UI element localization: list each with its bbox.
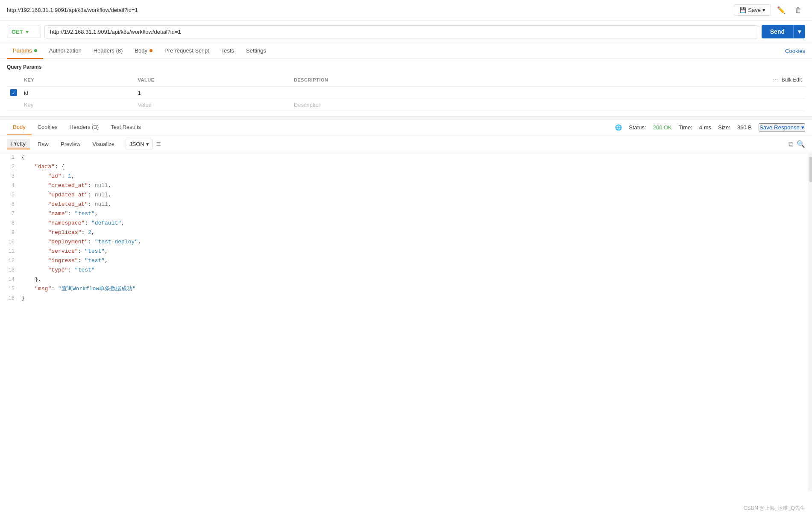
- code-area: 1 { 2 "data": { 3 "id": 1, 4 "created_at…: [0, 153, 809, 491]
- row-value[interactable]: 1: [135, 87, 290, 99]
- tab-settings[interactable]: Settings: [240, 43, 272, 59]
- size-value: 360 B: [737, 124, 752, 131]
- response-tab-body[interactable]: Body: [7, 120, 32, 135]
- code-line-14: 14 },: [0, 275, 809, 285]
- format-tab-preview[interactable]: Preview: [56, 139, 85, 149]
- search-icon: 🔍: [797, 140, 805, 148]
- query-params-section: Query Params KEY VALUE DESCRIPTION ··· B…: [0, 59, 812, 116]
- params-table: KEY VALUE DESCRIPTION ··· Bulk Edit: [7, 73, 805, 111]
- scrollbar-track[interactable]: [809, 153, 812, 491]
- code-line-13: 13 "type": "test": [0, 266, 809, 275]
- table-row: id 1: [7, 87, 805, 99]
- tab-pre-request-script[interactable]: Pre-request Script: [158, 43, 215, 59]
- row-extra: [565, 87, 805, 99]
- save-button[interactable]: 💾 Save ▾: [734, 4, 771, 16]
- format-select-dropdown[interactable]: JSON ▾: [126, 139, 153, 149]
- more-options-button[interactable]: ···: [772, 76, 778, 84]
- code-line-6: 6 "deleted_at": null,: [0, 200, 809, 210]
- empty-value[interactable]: Value: [135, 99, 290, 111]
- scrollbar-thumb[interactable]: [809, 157, 812, 182]
- format-tab-raw[interactable]: Raw: [33, 139, 53, 149]
- row-checkbox[interactable]: [10, 89, 17, 96]
- code-line-1: 1 {: [0, 153, 809, 163]
- status-value: 200 OK: [653, 124, 672, 131]
- response-tabs-row: Body Cookies Headers (3) Test Results 🌐 …: [0, 120, 812, 135]
- row-checkbox-cell: [7, 87, 21, 99]
- empty-key[interactable]: Key: [21, 99, 135, 111]
- row-description[interactable]: [290, 87, 565, 99]
- section-divider: [0, 116, 812, 120]
- send-chevron-icon[interactable]: ▾: [793, 25, 805, 38]
- tab-authorization[interactable]: Authorization: [43, 43, 88, 59]
- code-line-4: 4 "created_at": null,: [0, 181, 809, 191]
- request-tabs-row: Params Authorization Headers (8) Body Pr…: [0, 43, 812, 59]
- col-value: VALUE: [135, 73, 290, 87]
- code-line-8: 8 "namespace": "default",: [0, 219, 809, 228]
- empty-description[interactable]: Description: [290, 99, 565, 111]
- format-tab-visualize[interactable]: Visualize: [88, 139, 119, 149]
- format-tab-pretty[interactable]: Pretty: [7, 139, 30, 149]
- code-line-16: 16 }: [0, 294, 809, 304]
- delete-icon-button[interactable]: 🗑: [791, 3, 805, 17]
- filter-icon-button[interactable]: ≡: [156, 140, 161, 149]
- title-actions: 💾 Save ▾ ✏️ 🗑: [734, 3, 805, 17]
- code-line-15: 15 "msg": "查询Workflow单条数据成功": [0, 285, 809, 294]
- response-tab-headers[interactable]: Headers (3): [64, 120, 105, 135]
- code-line-5: 5 "updated_at": null,: [0, 191, 809, 200]
- empty-row: Key Value Description: [7, 99, 805, 111]
- col-bulk: ··· Bulk Edit: [565, 73, 805, 87]
- edit-icon-button[interactable]: ✏️: [774, 3, 788, 17]
- code-line-10: 10 "deployment": "test-deploy",: [0, 238, 809, 247]
- method-label: GET: [12, 29, 23, 35]
- tab-headers[interactable]: Headers (8): [88, 43, 129, 59]
- code-line-7: 7 "name": "test",: [0, 210, 809, 219]
- query-params-title: Query Params: [7, 64, 805, 70]
- response-tab-test-results[interactable]: Test Results: [105, 120, 147, 135]
- code-line-11: 11 "service": "test",: [0, 247, 809, 257]
- format-select-chevron-icon: ▾: [146, 141, 149, 147]
- col-description: DESCRIPTION: [290, 73, 565, 87]
- watermark: CSDN @上海_运维_Q先生: [744, 505, 805, 512]
- body-dot: [150, 49, 152, 52]
- code-line-2: 2 "data": {: [0, 163, 809, 172]
- save-chevron-icon: ▾: [762, 7, 765, 13]
- row-key[interactable]: id: [21, 87, 135, 99]
- request-bar: GET ▾ Send ▾: [0, 20, 812, 43]
- tab-tests[interactable]: Tests: [215, 43, 240, 59]
- response-meta: 🌐 Status: 200 OK Time: 4 ms Size: 360 B …: [615, 123, 805, 131]
- col-key: KEY: [21, 73, 135, 87]
- code-line-3: 3 "id": 1,: [0, 172, 809, 181]
- code-line-9: 9 "replicas": 2,: [0, 228, 809, 238]
- search-button[interactable]: 🔍: [797, 140, 805, 148]
- col-checkbox: [7, 73, 21, 87]
- save-response-button[interactable]: Save Response ▾: [759, 123, 805, 131]
- globe-icon: 🌐: [615, 124, 622, 131]
- title-url: http://192.168.31.1:9091/api/k8s/workflo…: [7, 7, 138, 13]
- response-section: Body Cookies Headers (3) Test Results 🌐 …: [0, 120, 812, 491]
- cookies-link[interactable]: Cookies: [785, 48, 805, 54]
- params-dot: [34, 49, 37, 52]
- save-icon: 💾: [739, 7, 746, 13]
- method-chevron-icon: ▾: [26, 29, 29, 35]
- filter-icon: ≡: [156, 140, 161, 148]
- save-response-chevron-icon: ▾: [801, 124, 804, 131]
- empty-checkbox: [7, 99, 21, 111]
- tab-body[interactable]: Body: [129, 43, 158, 59]
- format-row: Pretty Raw Preview Visualize JSON ▾ ≡ ⧉ …: [0, 135, 812, 153]
- title-bar: http://192.168.31.1:9091/api/k8s/workflo…: [0, 0, 812, 20]
- time-value: 4 ms: [699, 124, 711, 131]
- code-container: 1 { 2 "data": { 3 "id": 1, 4 "created_at…: [0, 153, 812, 491]
- copy-icon: ⧉: [789, 140, 793, 148]
- response-tab-cookies[interactable]: Cookies: [32, 120, 64, 135]
- bulk-edit-button[interactable]: Bulk Edit: [782, 77, 802, 83]
- url-input[interactable]: [44, 25, 758, 38]
- send-button[interactable]: Send ▾: [762, 25, 805, 38]
- empty-extra: [565, 99, 805, 111]
- copy-button[interactable]: ⧉: [789, 140, 793, 148]
- method-dropdown[interactable]: GET ▾: [7, 26, 41, 38]
- tab-params[interactable]: Params: [7, 43, 43, 59]
- code-line-12: 12 "ingress": "test",: [0, 257, 809, 266]
